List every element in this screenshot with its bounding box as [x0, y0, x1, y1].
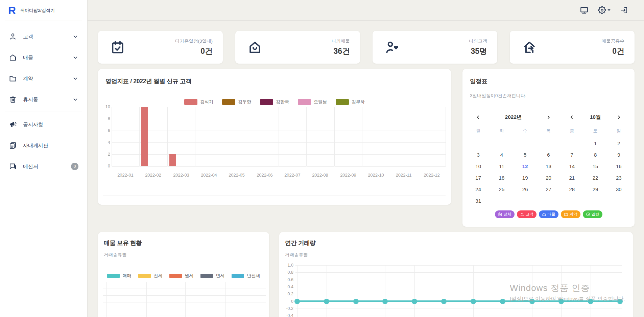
clock-icon	[586, 212, 590, 217]
calendar-date[interactable]: 8	[583, 149, 607, 160]
calendar-date[interactable]: 17	[467, 172, 490, 183]
y-axis-label: 6	[108, 128, 110, 133]
gridline	[279, 107, 279, 166]
stat-card-upcoming-schedule: 다가온일정(3일내)0건	[98, 31, 223, 64]
calendar-date[interactable]: 19	[514, 172, 537, 183]
gridline	[103, 309, 266, 309]
legend-item[interactable]: 매매	[107, 273, 132, 279]
calendar-empty-cell	[537, 137, 560, 149]
calendar-date[interactable]: 11	[490, 160, 513, 172]
calendar-date[interactable]: 27	[537, 183, 560, 195]
gridline	[295, 316, 622, 316]
calendar-date[interactable]: 21	[560, 172, 583, 183]
gridline	[295, 287, 622, 287]
calendar-date[interactable]: 25	[490, 183, 513, 195]
sidebar-item-customers[interactable]: 고객	[0, 26, 87, 47]
calendar-month-label: 10월	[583, 114, 607, 121]
calendar-date[interactable]: 12	[514, 160, 537, 172]
unread-count-badge: 0	[71, 163, 78, 170]
sidebar-item-label: 메신저	[23, 163, 65, 170]
calendar-date[interactable]: 29	[583, 183, 607, 195]
calendar-filters: 전체고객매물계약일반	[462, 210, 635, 218]
legend-item[interactable]: 김부하	[336, 99, 365, 105]
calendar-date[interactable]: 23	[607, 172, 630, 183]
sidebar-item-messenger[interactable]: 메신저0	[0, 156, 87, 177]
data-point	[558, 299, 564, 304]
prev-year-button[interactable]	[467, 115, 490, 120]
calendar-filter-all[interactable]: 전체	[495, 210, 515, 218]
calendar-date[interactable]: 7	[560, 149, 583, 160]
legend-item[interactable]: 김석기	[184, 99, 213, 105]
calendar-date[interactable]: 31	[467, 195, 490, 206]
calendar-date[interactable]: 18	[490, 172, 513, 183]
sidebar-item-trash[interactable]: 휴지통	[0, 89, 87, 110]
calendar-date[interactable]: 15	[583, 160, 607, 172]
annual-chart-card: 연간 거래량 거래종류별 1.00.80.60.40.20-0.2-0.4	[279, 232, 633, 317]
sidebar-item-listings[interactable]: 매물	[0, 47, 87, 68]
holdings-legend: 매매전세월세연세반전세	[98, 273, 269, 279]
legend-item[interactable]: 반전세	[232, 273, 260, 279]
legend-item[interactable]: 오일남	[298, 99, 327, 105]
calendar-date[interactable]: 3	[467, 149, 490, 160]
legend-item[interactable]: 연세	[200, 273, 225, 279]
sidebar-item-notices[interactable]: 공지사항	[0, 114, 87, 135]
gridline	[251, 107, 251, 166]
filter-label: 일반	[592, 212, 599, 217]
gridline	[103, 302, 266, 302]
holdings-subtitle: 거래종류별	[104, 252, 127, 258]
annual-chart-subtitle: 거래종류별	[285, 252, 308, 258]
calendar-filter-contract[interactable]: 계약	[561, 210, 580, 218]
legend-swatch	[260, 99, 273, 105]
header-display-button[interactable]	[580, 6, 589, 15]
legend-item[interactable]: 김한국	[260, 99, 289, 105]
legend-item[interactable]: 김두한	[222, 99, 251, 105]
sidebar-item-contracts[interactable]: 계약	[0, 68, 87, 89]
calendar-date[interactable]: 24	[467, 183, 490, 195]
header-logout-button[interactable]	[620, 6, 628, 14]
next-year-button[interactable]	[537, 115, 560, 120]
filter-label: 매물	[548, 212, 555, 217]
calendar-date[interactable]: 13	[537, 160, 560, 172]
legend-item[interactable]: 월세	[169, 273, 194, 279]
legend-label: 월세	[185, 273, 194, 279]
sidebar-divider	[5, 112, 82, 112]
calendar-date[interactable]: 20	[537, 172, 560, 183]
header-settings-button[interactable]	[598, 6, 611, 14]
calendar-date[interactable]: 28	[560, 183, 583, 195]
prev-month-button[interactable]	[560, 115, 583, 120]
stat-text: 나의매물36건	[332, 38, 350, 56]
legend-item[interactable]: 전세	[138, 273, 163, 279]
home-icon	[542, 212, 546, 217]
data-point	[471, 299, 476, 304]
legend-label: 김한국	[276, 99, 289, 105]
calendar-date[interactable]: 26	[514, 183, 537, 195]
person-icon	[520, 212, 524, 217]
calendar-filter-general[interactable]: 일반	[583, 210, 602, 218]
gridline	[591, 265, 591, 317]
calendar-date[interactable]: 6	[537, 149, 560, 160]
calendar-date[interactable]: 2	[607, 137, 630, 149]
next-month-button[interactable]	[607, 115, 630, 120]
app-logo[interactable]: R	[8, 5, 16, 16]
sidebar-item-board[interactable]: 사내게시판	[0, 135, 87, 156]
calendar-date[interactable]: 30	[607, 183, 630, 195]
caret-down-icon	[607, 9, 611, 11]
sidebar-item-label: 공지사항	[23, 121, 78, 128]
calendar-date[interactable]: 4	[490, 149, 513, 160]
calendar-date[interactable]: 5	[514, 149, 537, 160]
calendar-date[interactable]: 9	[607, 149, 630, 160]
calendar-date[interactable]: 14	[560, 160, 583, 172]
gridline	[414, 265, 415, 317]
calendar-date[interactable]: 22	[583, 172, 607, 183]
calendar-date[interactable]: 10	[467, 160, 490, 172]
calendar-empty-cell	[560, 137, 583, 149]
sidebar-item-label: 휴지통	[23, 96, 66, 103]
calendar-filter-listing[interactable]: 매물	[539, 210, 558, 218]
home-icon	[9, 53, 17, 62]
calendar-empty-cell	[607, 195, 630, 206]
calendar-date[interactable]: 1	[583, 137, 607, 149]
filter-label: 고객	[526, 212, 533, 217]
x-axis-label: 2022-12	[418, 173, 446, 178]
calendar-filter-customer[interactable]: 고객	[517, 210, 536, 218]
calendar-date[interactable]: 16	[607, 160, 630, 172]
